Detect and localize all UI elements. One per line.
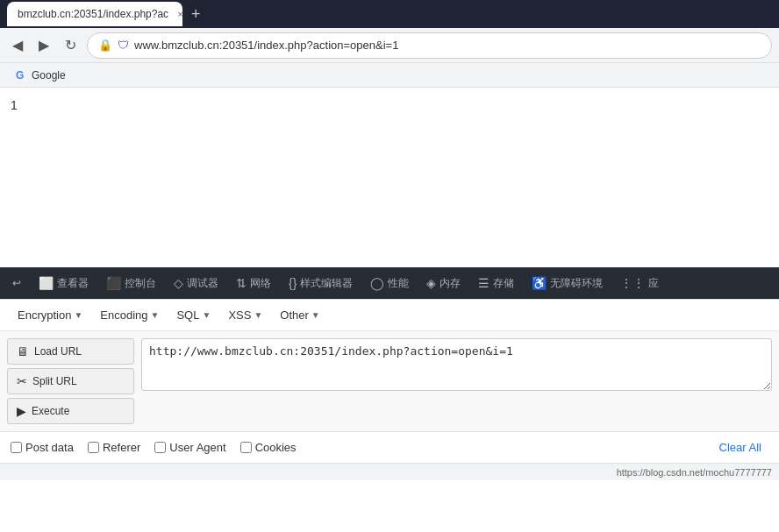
security-icon: 🔒 xyxy=(98,39,112,52)
accessibility-label: 无障碍环境 xyxy=(550,276,603,291)
bookmarks-bar: G Google xyxy=(0,63,779,88)
style-editor-label: 样式编辑器 xyxy=(300,276,353,291)
split-url-icon: ✂ xyxy=(17,374,27,388)
hackbar-menu: Encryption ▼ Encoding ▼ SQL ▼ XSS ▼ Othe… xyxy=(0,300,779,331)
page-content: 1 xyxy=(0,88,779,267)
debugger-icon: ◇ xyxy=(174,276,183,290)
devtools-back-button[interactable]: ↩ xyxy=(4,272,30,294)
address-bar[interactable] xyxy=(134,39,761,52)
console-label: 控制台 xyxy=(125,276,156,291)
inspector-icon: ⬜ xyxy=(39,276,54,290)
performance-label: 性能 xyxy=(388,276,409,291)
page-text: 1 xyxy=(11,98,18,112)
hackbar-main: 🖥 Load URL ✂ Split URL ▶ Execute xyxy=(0,331,779,431)
other-arrow-icon: ▼ xyxy=(311,310,320,320)
browser-titlebar: bmzclub.cn:20351/index.php?ac × + xyxy=(0,0,779,28)
other-label: Other xyxy=(280,309,309,322)
google-bookmark[interactable]: G Google xyxy=(11,67,71,83)
split-url-label: Split URL xyxy=(32,375,77,387)
user-agent-checkbox[interactable] xyxy=(154,442,166,453)
xss-menu-button[interactable]: XSS ▼ xyxy=(221,305,269,325)
post-data-checkbox[interactable] xyxy=(11,442,22,453)
sql-arrow-icon: ▼ xyxy=(202,310,211,320)
xss-label: XSS xyxy=(228,309,251,322)
hackbar-content xyxy=(141,338,772,424)
tab-close-button[interactable]: × xyxy=(177,9,182,19)
devtools-performance-btn[interactable]: ◯ 性能 xyxy=(361,271,418,296)
new-tab-button[interactable]: + xyxy=(186,4,206,25)
devtools-network-btn[interactable]: ⇅ 网络 xyxy=(227,271,280,296)
accessibility-icon: ♿ xyxy=(532,276,547,290)
devtools-back-icon: ↩ xyxy=(12,277,21,289)
encoding-label: Encoding xyxy=(100,309,147,322)
sql-menu-button[interactable]: SQL ▼ xyxy=(169,305,218,325)
sql-label: SQL xyxy=(176,309,199,322)
hackbar-sidebar: 🖥 Load URL ✂ Split URL ▶ Execute xyxy=(7,338,134,424)
encryption-label: Encryption xyxy=(18,309,71,322)
forward-button[interactable]: ▶ xyxy=(33,33,54,57)
address-bar-container: 🔒 🛡 xyxy=(87,32,772,59)
referer-checkbox[interactable] xyxy=(88,442,99,453)
post-data-checkbox-label[interactable]: Post data xyxy=(11,441,74,454)
forward-icon: ▶ xyxy=(39,37,49,53)
cookies-label: Cookies xyxy=(255,441,297,454)
devtools-inspector-btn[interactable]: ⬜ 查看器 xyxy=(30,271,97,296)
cookies-checkbox[interactable] xyxy=(240,442,252,453)
browser-tab[interactable]: bmzclub.cn:20351/index.php?ac × xyxy=(7,2,182,26)
load-url-label: Load URL xyxy=(34,345,82,358)
user-agent-checkbox-label[interactable]: User Agent xyxy=(154,441,225,454)
execute-button[interactable]: ▶ Execute xyxy=(7,398,134,424)
devtools-apps-btn[interactable]: ⋮⋮ 应 xyxy=(611,271,668,296)
tab-title: bmzclub.cn:20351/index.php?ac xyxy=(18,8,168,20)
devtools-console-btn[interactable]: ⬛ 控制台 xyxy=(97,271,165,296)
debugger-label: 调试器 xyxy=(187,276,218,291)
refresh-icon: ↻ xyxy=(65,37,76,53)
refresh-button[interactable]: ↻ xyxy=(60,33,82,57)
google-icon: G xyxy=(16,69,28,82)
style-editor-icon: {} xyxy=(289,276,297,290)
cookies-checkbox-label[interactable]: Cookies xyxy=(240,441,297,454)
clear-all-button[interactable]: Clear All xyxy=(712,437,768,458)
tab-bar: bmzclub.cn:20351/index.php?ac × + xyxy=(7,2,772,26)
status-bar: https://blog.csdn.net/mochu7777777 xyxy=(0,463,779,480)
status-url: https://blog.csdn.net/mochu7777777 xyxy=(617,467,772,478)
devtools-style-editor-btn[interactable]: {} 样式编辑器 xyxy=(280,271,361,296)
inspector-label: 查看器 xyxy=(57,276,89,291)
execute-label: Execute xyxy=(32,405,69,417)
referer-checkbox-label[interactable]: Referer xyxy=(88,441,140,454)
apps-label: 应 xyxy=(648,276,659,291)
google-bookmark-label: Google xyxy=(32,69,66,82)
memory-label: 内存 xyxy=(440,276,461,291)
back-button[interactable]: ◀ xyxy=(7,33,28,57)
devtools-memory-btn[interactable]: ◈ 内存 xyxy=(418,271,469,296)
load-url-button[interactable]: 🖥 Load URL xyxy=(7,338,134,365)
encoding-arrow-icon: ▼ xyxy=(151,310,160,320)
split-url-button[interactable]: ✂ Split URL xyxy=(7,368,134,394)
memory-icon: ◈ xyxy=(426,276,436,290)
apps-icon: ⋮⋮ xyxy=(620,276,645,290)
back-icon: ◀ xyxy=(12,37,23,53)
network-label: 网络 xyxy=(250,276,271,291)
performance-icon: ◯ xyxy=(370,276,384,290)
user-agent-label: User Agent xyxy=(169,441,225,454)
storage-label: 存储 xyxy=(493,276,514,291)
post-data-label: Post data xyxy=(25,441,74,454)
hackbar-url-input[interactable] xyxy=(141,338,772,391)
tracking-icon: 🛡 xyxy=(118,39,129,52)
devtools-accessibility-btn[interactable]: ♿ 无障碍环境 xyxy=(523,271,611,296)
browser-toolbar: ◀ ▶ ↻ 🔒 🛡 xyxy=(0,28,779,63)
hackbar: Encryption ▼ Encoding ▼ SQL ▼ XSS ▼ Othe… xyxy=(0,299,779,463)
hackbar-footer: Post data Referer User Agent Cookies Cle… xyxy=(0,431,779,463)
encryption-menu-button[interactable]: Encryption ▼ xyxy=(11,305,89,325)
devtools-storage-btn[interactable]: ☰ 存储 xyxy=(469,271,523,296)
console-icon: ⬛ xyxy=(106,276,121,290)
encoding-menu-button[interactable]: Encoding ▼ xyxy=(93,305,166,325)
execute-icon: ▶ xyxy=(17,404,26,418)
referer-label: Referer xyxy=(103,441,140,454)
xss-arrow-icon: ▼ xyxy=(254,310,262,320)
other-menu-button[interactable]: Other ▼ xyxy=(273,305,326,325)
encryption-arrow-icon: ▼ xyxy=(74,310,82,320)
devtools-debugger-btn[interactable]: ◇ 调试器 xyxy=(165,271,227,296)
storage-icon: ☰ xyxy=(478,276,490,290)
devtools-toolbar: ↩ ⬜ 查看器 ⬛ 控制台 ◇ 调试器 ⇅ 网络 {} 样式编辑器 ◯ 性能 ◈… xyxy=(0,267,779,299)
